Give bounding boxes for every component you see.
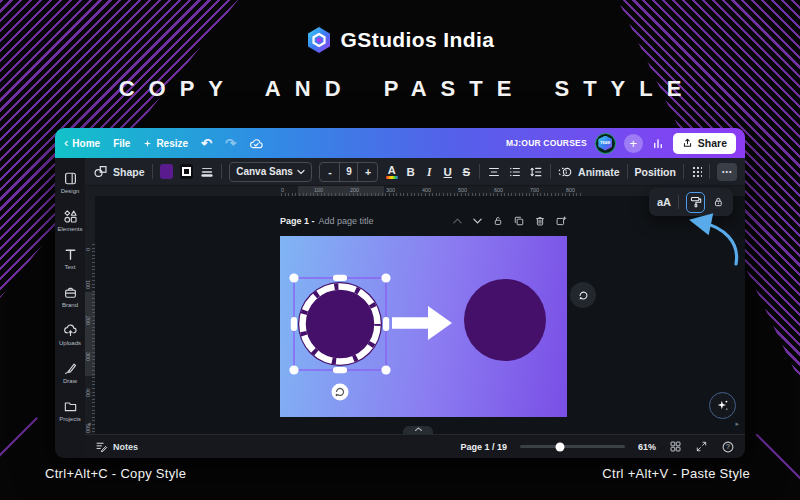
sidebar-item-design[interactable]: Design xyxy=(55,163,85,201)
chevron-up-icon xyxy=(414,426,423,432)
sidebar-item-elements[interactable]: Elements xyxy=(55,201,85,239)
animate-icon xyxy=(558,165,573,179)
corner-handle-ne[interactable] xyxy=(381,273,390,282)
align-center-icon xyxy=(487,165,501,179)
hint-arrow xyxy=(676,212,743,268)
grid-view-button[interactable] xyxy=(669,440,682,453)
svg-text:?: ? xyxy=(726,443,730,450)
file-button[interactable]: File xyxy=(113,138,130,149)
left-edge-handle[interactable] xyxy=(291,317,297,331)
hero-background: GStudios India COPY AND PASTE STYLE ‹ Ho… xyxy=(0,0,800,500)
sidebar-item-uploads[interactable]: Uploads xyxy=(55,315,85,353)
magic-resize-icon xyxy=(143,139,152,148)
move-page-down-button[interactable] xyxy=(472,217,483,225)
chevron-down-icon xyxy=(297,169,305,175)
copy-style-button[interactable] xyxy=(686,192,705,213)
underline-button[interactable]: U xyxy=(442,166,454,178)
resize-button[interactable]: Resize xyxy=(143,138,188,149)
notes-button[interactable]: Notes xyxy=(95,440,138,453)
chevron-left-icon: ‹ xyxy=(64,136,68,149)
transparency-button[interactable] xyxy=(691,165,703,178)
refresh-icon xyxy=(577,289,590,302)
strikethrough-button[interactable]: S xyxy=(461,166,473,178)
add-member-button[interactable]: + xyxy=(624,134,643,153)
page-indicator[interactable]: Page 1 / 19 xyxy=(460,442,507,452)
font-family-dropdown[interactable]: Canva Sans xyxy=(229,162,312,182)
page-header: Page 1 - Add page title xyxy=(280,213,567,228)
canvas-area: 0 100 200 300 400 500 600 700 800 0 100 … xyxy=(85,186,745,434)
zoom-level[interactable]: 61% xyxy=(638,442,656,452)
uploads-cloud-icon xyxy=(63,323,78,338)
position-button[interactable]: Position xyxy=(635,166,676,178)
line-spacing-icon xyxy=(529,165,543,179)
sidebar-item-projects[interactable]: Projects xyxy=(55,391,85,429)
home-button[interactable]: ‹ Home xyxy=(64,138,100,149)
top-edge-handle[interactable] xyxy=(333,275,347,281)
document-name[interactable]: MJ:OUR COURSES xyxy=(506,138,587,148)
help-button[interactable]: ? xyxy=(721,440,735,454)
text-style-button[interactable]: aA xyxy=(657,196,671,208)
fill-color-swatch[interactable] xyxy=(160,164,173,179)
redo-button[interactable]: ↷ xyxy=(225,136,236,151)
avatar[interactable]: TEAM xyxy=(595,133,616,154)
scroll-right-arrow[interactable]: ▸ xyxy=(735,420,739,428)
shape-icon xyxy=(93,164,108,179)
projects-folder-icon xyxy=(63,399,78,414)
list-button[interactable] xyxy=(508,165,522,179)
add-page-button[interactable] xyxy=(555,215,567,227)
bullet-list-icon xyxy=(508,165,522,179)
editor-window: ‹ Home File Resize ↶ ↷ MJ:OUR C xyxy=(55,128,745,458)
bold-button[interactable]: B xyxy=(405,166,417,178)
export-icon xyxy=(682,137,693,149)
text-align-button[interactable] xyxy=(487,165,501,179)
status-bar: Notes Page 1 / 19 61% ? xyxy=(85,434,745,458)
duplicate-page-button[interactable] xyxy=(513,215,525,227)
collapse-panel-tab[interactable] xyxy=(403,426,433,434)
page-title: COPY AND PASTE STYLE xyxy=(0,76,800,102)
border-style-button[interactable] xyxy=(180,164,193,179)
draw-pen-icon xyxy=(63,361,78,376)
zoom-slider-thumb[interactable] xyxy=(555,442,564,451)
bottom-edge-handle[interactable] xyxy=(333,367,347,373)
spacing-button[interactable] xyxy=(529,165,543,179)
sidebar-item-draw[interactable]: Draw xyxy=(55,353,85,391)
italic-button[interactable]: I xyxy=(423,166,435,178)
selected-circle-shape[interactable] xyxy=(280,264,400,414)
pasted-circle-shape[interactable] xyxy=(464,279,546,361)
corner-handle-sw[interactable] xyxy=(289,365,298,374)
shortcut-paste-style: Ctrl +Alt+V - Paste Style xyxy=(602,466,750,481)
sidebar-item-brand[interactable]: Brand xyxy=(55,277,85,315)
font-size-decrease[interactable]: - xyxy=(320,163,339,181)
delete-page-button[interactable] xyxy=(534,215,546,227)
text-color-button[interactable]: A xyxy=(385,165,397,179)
fullscreen-button[interactable] xyxy=(695,440,708,453)
lock-page-button[interactable] xyxy=(492,215,504,227)
lock-icon[interactable] xyxy=(712,195,725,209)
assistant-button[interactable] xyxy=(709,392,736,419)
border-weight-button[interactable] xyxy=(200,165,214,179)
brand-icon xyxy=(63,285,78,300)
horizontal-ruler: 0 100 200 300 400 500 600 700 800 xyxy=(85,186,745,196)
page-title-input[interactable]: Add page title xyxy=(319,216,374,226)
cloud-saved-icon xyxy=(249,137,264,150)
editor-sidebar: Design Elements Brand Text xyxy=(55,158,85,458)
insights-chart-icon[interactable] xyxy=(651,137,665,150)
rotate-handle[interactable] xyxy=(332,384,349,401)
scroll-left-arrow[interactable]: ◂ xyxy=(87,420,91,428)
refresh-button[interactable] xyxy=(570,282,596,308)
corner-handle-nw[interactable] xyxy=(289,273,298,282)
font-size-increase[interactable]: + xyxy=(358,163,377,181)
corner-handle-se[interactable] xyxy=(381,365,390,374)
arrow-shape[interactable] xyxy=(392,306,452,340)
move-page-up-button[interactable] xyxy=(452,217,463,225)
zoom-slider[interactable] xyxy=(520,445,625,448)
design-page[interactable] xyxy=(280,236,567,417)
animate-button[interactable]: Animate xyxy=(558,165,619,179)
font-size-value[interactable]: 9 xyxy=(339,163,358,181)
share-button[interactable]: Share xyxy=(673,133,736,154)
right-edge-handle[interactable] xyxy=(383,317,389,331)
sidebar-item-text[interactable]: Brand Text xyxy=(55,239,85,277)
undo-button[interactable]: ↶ xyxy=(201,136,212,151)
shape-menu-button[interactable]: Shape xyxy=(93,164,145,179)
more-options-button[interactable]: ••• xyxy=(717,163,737,181)
